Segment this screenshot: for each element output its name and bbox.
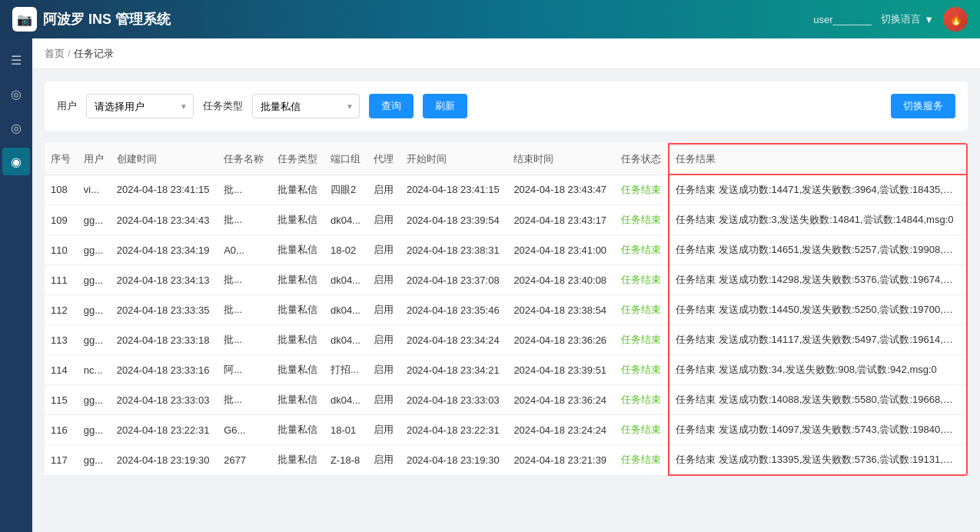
cell-start: 2024-04-18 23:34:21 — [400, 355, 507, 385]
cell-result: 任务结束 发送成功数:14471,发送失败数:3964,尝试数:18435,ms… — [669, 175, 967, 205]
cell-id: 115 — [45, 385, 78, 415]
cell-status: 任务结束 — [615, 385, 669, 415]
switch-service-button[interactable]: 切换服务 — [891, 94, 955, 118]
cell-port: dk04... — [324, 325, 367, 355]
cell-end: 2024-04-18 23:41:00 — [507, 235, 614, 265]
query-button[interactable]: 查询 — [369, 94, 414, 118]
cell-id: 113 — [45, 325, 78, 355]
cell-proxy: 启用 — [367, 325, 400, 355]
col-status: 任务状态 — [615, 144, 669, 175]
col-id: 序号 — [45, 144, 78, 175]
sidebar-item-menu[interactable]: ☰ — [2, 46, 30, 74]
avatar[interactable]: 🔥 — [943, 7, 968, 32]
cell-task-type: 批量私信 — [271, 325, 324, 355]
main-content: 首页 / 任务记录 用户 请选择用户 任务类型 批量私信 查 — [32, 38, 980, 532]
sidebar-item-1[interactable]: ◎ — [2, 80, 30, 108]
cell-task-type: 批量私信 — [271, 175, 324, 205]
cell-port: dk04... — [324, 265, 367, 295]
user-select[interactable]: 请选择用户 — [86, 94, 194, 118]
table-row: 110gg...2024-04-18 23:34:19A0...批量私信18-0… — [45, 235, 967, 265]
cell-result: 任务结束 发送成功数:14117,发送失败数:5497,尝试数:19614,ms… — [669, 325, 967, 355]
task-type-select-wrapper: 批量私信 — [252, 94, 360, 118]
cell-result: 任务结束 发送成功数:14651,发送失败数:5257,尝试数:19908,ms… — [669, 235, 967, 265]
user-filter-label: 用户 — [57, 99, 77, 113]
breadcrumb-home[interactable]: 首页 — [45, 47, 65, 61]
breadcrumb-separator: / — [68, 48, 71, 59]
cell-start: 2024-04-18 23:38:31 — [400, 235, 507, 265]
table-row: 116gg...2024-04-18 23:22:31G6...批量私信18-0… — [45, 415, 967, 445]
col-proxy: 代理 — [367, 144, 400, 175]
cell-created: 2024-04-18 23:19:30 — [111, 445, 218, 476]
cell-task-name: 批... — [218, 205, 271, 235]
col-end: 结束时间 — [507, 144, 614, 175]
user-select-wrapper: 请选择用户 — [86, 94, 194, 118]
cell-result: 任务结束 发送成功数:34,发送失败数:908,尝试数:942,msg:0 — [669, 355, 967, 385]
circle-icon-2: ◎ — [11, 121, 22, 135]
cell-proxy: 启用 — [367, 355, 400, 385]
col-user: 用户 — [78, 144, 111, 175]
cell-user: gg... — [78, 235, 111, 265]
cell-port: Z-18-8 — [324, 445, 367, 476]
cell-port: 打招... — [324, 355, 367, 385]
sidebar-item-3-active[interactable]: ◉ — [2, 148, 30, 175]
cell-port: 18-01 — [324, 415, 367, 445]
lang-switcher[interactable]: 切换语言 ▼ — [881, 12, 934, 26]
cell-end: 2024-04-18 23:39:51 — [507, 355, 614, 385]
breadcrumb: 首页 / 任务记录 — [32, 38, 980, 69]
cell-user: gg... — [78, 325, 111, 355]
table-header: 序号 用户 创建时间 任务名称 任务类型 端口组 代理 开始时间 结束时间 任务… — [45, 144, 967, 175]
username: user_______ — [813, 14, 872, 25]
cell-result: 任务结束 发送成功数:14088,发送失败数:5580,尝试数:19668,ms… — [669, 385, 967, 415]
cell-start: 2024-04-18 23:19:30 — [400, 445, 507, 476]
cell-start: 2024-04-18 23:41:15 — [400, 175, 507, 205]
cell-end: 2024-04-18 23:36:26 — [507, 325, 614, 355]
cell-start: 2024-04-18 23:34:24 — [400, 325, 507, 355]
cell-created: 2024-04-18 23:33:18 — [111, 325, 218, 355]
table-row: 117gg...2024-04-18 23:19:302677批量私信Z-18-… — [45, 445, 967, 476]
refresh-button[interactable]: 刷新 — [423, 94, 467, 118]
header-right: user_______ 切换语言 ▼ 🔥 — [813, 7, 968, 32]
col-task-type: 任务类型 — [271, 144, 324, 175]
menu-icon: ☰ — [11, 53, 22, 68]
cell-user: gg... — [78, 445, 111, 476]
cell-task-type: 批量私信 — [271, 385, 324, 415]
cell-start: 2024-04-18 23:37:08 — [400, 265, 507, 295]
layout: ☰ ◎ ◎ ◉ 首页 / 任务记录 用户 请选择用户 — [0, 38, 980, 532]
sidebar-item-2[interactable]: ◎ — [2, 114, 30, 141]
logo: 📷 阿波罗 INS 管理系统 — [12, 7, 171, 32]
table-row: 112gg...2024-04-18 23:33:35批...批量私信dk04.… — [45, 295, 967, 325]
cell-end: 2024-04-18 23:43:17 — [507, 205, 614, 235]
header: 📷 阿波罗 INS 管理系统 user_______ 切换语言 ▼ 🔥 — [0, 0, 980, 38]
cell-end: 2024-04-18 23:40:08 — [507, 265, 614, 295]
table-row: 115gg...2024-04-18 23:33:03批...批量私信dk04.… — [45, 385, 967, 415]
cell-proxy: 启用 — [367, 205, 400, 235]
cell-task-name: A0... — [218, 235, 271, 265]
cell-status: 任务结束 — [615, 235, 669, 265]
cell-user: gg... — [78, 415, 111, 445]
cell-id: 114 — [45, 355, 78, 385]
breadcrumb-current: 任务记录 — [74, 47, 114, 61]
cell-created: 2024-04-18 23:33:16 — [111, 355, 218, 385]
cell-task-type: 批量私信 — [271, 265, 324, 295]
task-type-select[interactable]: 批量私信 — [252, 94, 360, 118]
cell-created: 2024-04-18 23:33:35 — [111, 295, 218, 325]
cell-task-name: 2677 — [218, 445, 271, 476]
cell-task-type: 批量私信 — [271, 205, 324, 235]
cell-user: gg... — [78, 265, 111, 295]
cell-status: 任务结束 — [615, 355, 669, 385]
cell-user: gg... — [78, 385, 111, 415]
col-start: 开始时间 — [400, 144, 507, 175]
cell-start: 2024-04-18 23:35:46 — [400, 295, 507, 325]
cell-user: vi... — [78, 175, 111, 205]
sidebar: ☰ ◎ ◎ ◉ — [0, 38, 32, 532]
cell-result: 任务结束 发送成功数:3,发送失败数:14841,尝试数:14844,msg:0 — [669, 205, 967, 235]
cell-status: 任务结束 — [615, 415, 669, 445]
cell-created: 2024-04-18 23:33:03 — [111, 385, 218, 415]
cell-task-type: 批量私信 — [271, 295, 324, 325]
table-row: 113gg...2024-04-18 23:33:18批...批量私信dk04.… — [45, 325, 967, 355]
table-row: 114nc...2024-04-18 23:33:16阿...批量私信打招...… — [45, 355, 967, 385]
logo-icon: 📷 — [12, 7, 37, 32]
cell-status: 任务结束 — [615, 205, 669, 235]
content-area: 用户 请选择用户 任务类型 批量私信 查询 刷新 切换服务 — [32, 69, 980, 532]
cell-task-type: 批量私信 — [271, 445, 324, 476]
